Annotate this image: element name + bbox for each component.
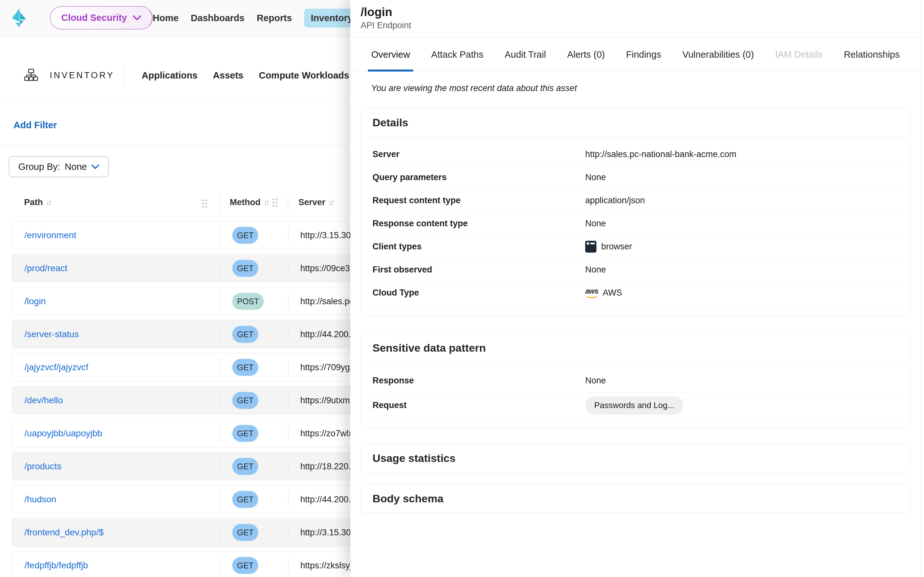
table-row[interactable]: /products GET http://18.220. [12, 452, 351, 480]
column-label: Server [298, 197, 325, 207]
path-link[interactable]: /prod/react [24, 263, 67, 274]
path-link[interactable]: /login [24, 296, 46, 306]
server-value: http://3.15.30 [300, 527, 351, 537]
recent-data-notice: You are viewing the most recent data abo… [371, 83, 924, 93]
detail-value: Passwords and Log... [585, 396, 683, 414]
panel-tab-label: IAM Details [775, 49, 822, 60]
panel-tab[interactable]: Overview [368, 37, 413, 71]
detail-label: Server [373, 149, 585, 159]
method-badge: GET [232, 359, 258, 376]
table-row[interactable]: /login POST http://sales.pc [12, 287, 351, 316]
panel-tab[interactable]: Vulnerabilities (0) [679, 37, 757, 71]
detail-value: None [585, 265, 606, 275]
detail-value: browser [585, 241, 632, 253]
server-value: https://709yg [300, 362, 350, 372]
table-row[interactable]: /jajyzvcf/jajyzvcf GET https://709yg [12, 353, 351, 382]
column-header-server[interactable]: Server ↓↑ [298, 197, 333, 207]
details-rows: Server http://sales.pc-national-bank-acm… [360, 138, 909, 316]
server-value: http://44.200. [300, 494, 351, 504]
method-badge: GET [232, 491, 258, 508]
server-value: http://sales.pc [300, 296, 351, 306]
detail-label: Request [373, 400, 585, 410]
detail-value: http://sales.pc-national-bank-acme.com [585, 149, 736, 159]
column-header-method[interactable]: Method ↓↑ [230, 197, 278, 207]
table-row[interactable]: /hudson GET http://44.200. [12, 485, 351, 514]
subnav-title: INVENTORY [50, 71, 115, 81]
detail-value-text: Passwords and Log... [585, 396, 683, 414]
panel-tab[interactable]: Audit Trail [501, 37, 549, 71]
server-value: https://zo7wlx [300, 428, 351, 438]
drag-handle-icon[interactable] [202, 199, 208, 208]
api-endpoint-list: /environment GET http://3.15.30 /prod/re… [0, 221, 351, 577]
panel-tab[interactable]: Findings [623, 37, 664, 71]
panel-tab[interactable]: Relationships [841, 37, 903, 71]
chevron-down-icon [91, 164, 99, 169]
product-switcher-button[interactable]: Cloud Security [50, 6, 153, 29]
column-header-path[interactable]: Path ↓↑ [24, 197, 51, 207]
main-nav: Home Dashboards Reports Inventory Co [153, 0, 384, 36]
table-row[interactable]: /frontend_dev.php/$ GET http://3.15.30 [12, 518, 351, 546]
subnav-item-label: Applications [142, 70, 198, 81]
panel-tabs: Overview Attack Paths Audit Trail Alerts… [351, 37, 924, 72]
subnav-item[interactable]: Compute Workloads [259, 70, 349, 81]
top-nav-item[interactable]: Home [153, 9, 179, 27]
add-filter-link[interactable]: Add Filter [13, 120, 57, 131]
table-row[interactable]: /fedpffjb/fedpffjb GET https://zkslsyj [12, 551, 351, 577]
detail-value-text: application/json [585, 195, 645, 205]
path-link[interactable]: /products [24, 461, 61, 472]
server-value: http://44.200. [300, 329, 351, 339]
panel-tab[interactable]: IAM Details [772, 37, 826, 71]
panel-tab-label: Attack Paths [431, 49, 483, 60]
subnav-item[interactable]: Applications [142, 70, 198, 81]
table-row[interactable]: /dev/hello GET https://9utxm [12, 386, 351, 414]
value-icon [585, 241, 596, 253]
path-link[interactable]: /uapoyjbb/uapoyjbb [24, 428, 102, 438]
table-row[interactable]: /server-status GET http://44.200. [12, 320, 351, 348]
table-row[interactable]: /environment GET http://3.15.30 [12, 221, 351, 250]
detail-label: Request content type [373, 195, 585, 205]
body-schema-card[interactable]: Body schema [360, 484, 910, 513]
path-link[interactable]: /hudson [24, 494, 57, 504]
panel-subtitle: API Endpoint [360, 21, 924, 31]
group-by-button[interactable]: Group By: None [9, 156, 109, 177]
method-badge: GET [232, 392, 258, 409]
detail-label: Response content type [373, 219, 585, 229]
path-link[interactable]: /server-status [24, 329, 79, 340]
detail-value-text: http://sales.pc-national-bank-acme.com [585, 149, 736, 159]
server-value: https://09ce3 [300, 263, 350, 273]
sort-icon[interactable]: ↓↑ [264, 198, 268, 207]
column-label: Method [230, 197, 260, 207]
detail-label: Client types [373, 242, 585, 251]
table-row[interactable]: /prod/react GET https://09ce3 [12, 254, 351, 282]
chevron-down-icon [133, 15, 141, 21]
panel-tab-label: Overview [371, 49, 410, 60]
path-link[interactable]: /fedpffjb/fedpffjb [24, 560, 88, 571]
table-row[interactable]: /uapoyjbb/uapoyjbb GET https://zo7wlx [12, 419, 351, 448]
path-link[interactable]: /jajyzvcf/jajyzvcf [24, 362, 88, 372]
path-link[interactable]: /environment [24, 230, 76, 240]
method-badge: GET [232, 557, 258, 574]
panel-tab[interactable]: Alerts (0) [564, 37, 608, 71]
prisma-logo-icon[interactable] [11, 8, 27, 28]
drag-handle-icon[interactable] [272, 198, 278, 207]
sort-icon[interactable]: ↓↑ [328, 198, 333, 207]
detail-panel: /login API Endpoint Overview Attack Path… [351, 0, 924, 577]
path-link[interactable]: /dev/hello [24, 395, 63, 406]
detail-value: AWS [585, 288, 622, 298]
scrollbar-gutter[interactable] [921, 0, 924, 577]
panel-tab-label: Alerts (0) [567, 49, 605, 60]
details-card: Details Server http://sales.pc-national-… [360, 107, 910, 316]
body-schema-heading: Body schema [360, 485, 909, 513]
usage-statistics-card[interactable]: Usage statistics [360, 444, 910, 472]
subnav-item[interactable]: Assets [213, 70, 244, 81]
panel-tab[interactable]: Attack Paths [428, 37, 487, 71]
details-heading: Details [360, 108, 909, 138]
path-link[interactable]: /frontend_dev.php/$ [24, 527, 103, 538]
sitemap-icon [24, 68, 38, 82]
sort-icon[interactable]: ↓↑ [46, 198, 51, 207]
detail-value: application/json [585, 195, 645, 205]
top-nav-item[interactable]: Dashboards [191, 9, 245, 27]
top-nav-item-label: Dashboards [191, 13, 245, 23]
column-label: Path [24, 197, 43, 207]
top-nav-item[interactable]: Reports [257, 9, 292, 27]
